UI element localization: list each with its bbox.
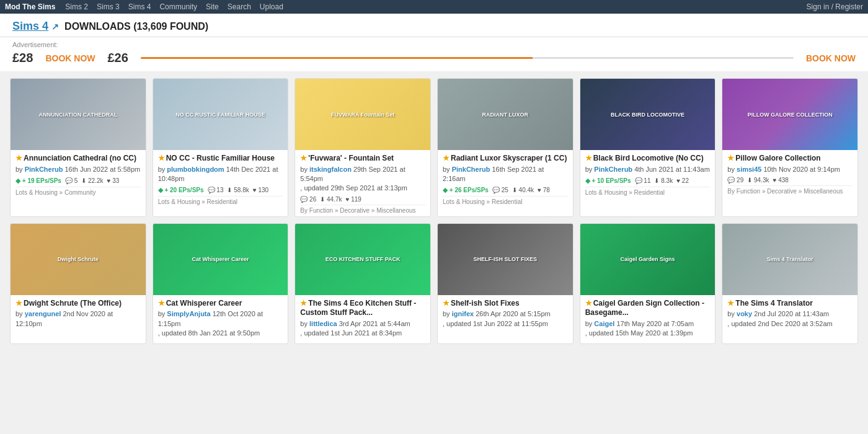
card-author[interactable]: itskingfalcon <box>309 166 352 173</box>
star-icon: ★ <box>16 299 22 308</box>
card-author[interactable]: PinkCherub <box>594 166 632 173</box>
card-meta: by voky 2nd Jul 2020 at 11:43am, updated… <box>727 309 852 329</box>
card-title: ★Dwight Schrute (The Office) <box>16 299 141 309</box>
card-title: ★Radiant Luxor Skyscraper (1 CC) <box>443 154 568 164</box>
card-title: ★Shelf-ish Slot Fixes <box>443 299 568 309</box>
star-icon: ★ <box>585 154 592 162</box>
nav-sims4[interactable]: Sims 4 <box>128 2 151 11</box>
card-thumbnail: NO CC RUSTIC FAMILIAR HOUSE <box>153 79 288 150</box>
card-item[interactable]: Caigel Garden Signs★Caigel Garden Sign C… <box>580 223 716 344</box>
card-author[interactable]: yarengunel <box>25 310 61 317</box>
star-icon: ★ <box>585 299 592 308</box>
ad-book-1[interactable]: BOOK NOW <box>45 53 95 63</box>
card-item[interactable]: Sims 4 Translator★The Sims 4 Translatorb… <box>722 223 858 344</box>
star-icon: ★ <box>158 154 165 162</box>
star-icon: ★ <box>16 154 22 162</box>
card-thumbnail: Dwight Schrute <box>11 224 146 295</box>
card-thumbnail: Cat Whisperer Career <box>153 224 288 295</box>
card-thumbnail: Caigel Garden Signs <box>580 224 715 295</box>
card-thumbnail: ANNUNCIATION CATHEDRAL <box>11 79 146 150</box>
card-meta: by ignifex 26th Apr 2020 at 5:15pm, upda… <box>443 309 568 329</box>
card-body: ★Dwight Schrute (The Office)by yarengune… <box>11 295 146 334</box>
card-thumbnail: PILLOW GALORE COLLECTION <box>722 79 857 150</box>
card-title: ★'Fuvwara' - Fountain Set <box>300 154 425 164</box>
nav-site[interactable]: Site <box>206 2 219 11</box>
card-title: ★NO CC - Rustic Familiar House <box>158 154 283 164</box>
card-meta: by PinkCherub 4th Jun 2021 at 11:43am <box>585 165 711 174</box>
ad-book-2[interactable]: BOOK NOW <box>806 53 856 63</box>
sims4-link[interactable]: Sims 4 <box>12 20 48 32</box>
card-body: ★'Fuvwara' - Fountain Setby itskingfalco… <box>295 150 430 216</box>
download-count: ⬇ 8.3k <box>654 177 673 184</box>
card-body: ★Caigel Garden Sign Collection - Basegam… <box>580 295 715 343</box>
nav-community[interactable]: Community <box>159 2 197 11</box>
card-item[interactable]: BLACK BIRD LOCOMOTIVE★Black Bird Locomot… <box>580 78 716 217</box>
card-thumbnail: Sims 4 Translator <box>722 224 857 295</box>
card-category: By Function » Decorative » Miscellaneous <box>300 205 425 214</box>
card-body: ★Shelf-ish Slot Fixesby ignifex 26th Apr… <box>438 295 573 334</box>
card-author[interactable]: PinkCherub <box>25 166 63 173</box>
card-category: Lots & Housing » Community <box>16 187 141 196</box>
card-thumbnail: RADIANT LUXOR <box>438 79 573 150</box>
card-title: ★Caigel Garden Sign Collection - Basegam… <box>585 299 711 318</box>
page-title: Sims 4 ↗ Downloads (13,609 found) <box>12 20 856 33</box>
card-item[interactable]: SHELF-ISH SLOT FIXES★Shelf-ish Slot Fixe… <box>437 223 574 344</box>
card-author[interactable]: Caigel <box>594 320 614 327</box>
nav-sims3[interactable]: Sims 3 <box>97 2 120 11</box>
card-thumbnail: SHELF-ISH SLOT FIXES <box>438 224 573 295</box>
card-title: ★Pillow Galore Collection <box>727 154 852 164</box>
top-navigation: Mod The Sims Sims 2 Sims 3 Sims 4 Commun… <box>0 0 868 14</box>
nav-items: Sims 2 Sims 3 Sims 4 Community Site Sear… <box>65 2 806 11</box>
comment-count: 💬 11 <box>635 177 651 184</box>
card-author[interactable]: SimplyAnjuta <box>167 310 210 317</box>
card-category: Lots & Housing » Residential <box>443 196 568 205</box>
card-author[interactable]: PinkCherub <box>452 166 490 173</box>
card-meta: by simsi45 10th Nov 2020 at 9:14pm <box>727 165 852 174</box>
card-item[interactable]: RADIANT LUXOR★Radiant Luxor Skyscraper (… <box>437 78 574 217</box>
card-author[interactable]: littledica <box>309 320 337 327</box>
nav-sims2[interactable]: Sims 2 <box>65 2 88 11</box>
ad-progress-bar <box>141 57 794 59</box>
card-item[interactable]: NO CC RUSTIC FAMILIAR HOUSE★NO CC - Rust… <box>153 78 289 217</box>
card-thumbnail: BLACK BIRD LOCOMOTIVE <box>580 79 715 150</box>
card-body: ★Radiant Luxor Skyscraper (1 CC)by PinkC… <box>438 150 573 208</box>
star-icon: ★ <box>443 299 450 308</box>
card-author[interactable]: ignifex <box>452 310 474 317</box>
card-item[interactable]: Dwight Schrute★Dwight Schrute (The Offic… <box>10 223 146 344</box>
card-item[interactable]: ANNUNCIATION CATHEDRAL★Annunciation Cath… <box>10 78 146 217</box>
site-logo[interactable]: Mod The Sims <box>5 2 55 11</box>
eps-label: ◆ + 26 EPs/SPs <box>443 186 489 194</box>
ad-banner: Advertisement: £28 BOOK NOW £26 BOOK NOW <box>0 37 868 72</box>
card-stats: ◆ + 19 EPs/SPs💬 5⬇ 22.2k♥ 33 <box>16 177 141 185</box>
card-title: ★Black Bird Locomotive (No CC) <box>585 154 711 164</box>
downloads-count: Downloads (13,609 found) <box>64 21 208 32</box>
eps-label: ◆ + 20 EPs/SPs <box>158 186 204 194</box>
card-author[interactable]: simsi45 <box>737 166 761 173</box>
nav-search[interactable]: Search <box>228 2 251 11</box>
card-title: ★Cat Whisperer Career <box>158 299 283 309</box>
card-body: ★NO CC - Rustic Familiar Houseby plumbob… <box>153 150 288 208</box>
sign-in-link[interactable]: Sign in / Register <box>807 2 863 11</box>
card-item[interactable]: ECO KITCHEN STUFF PACK★The Sims 4 Eco Ki… <box>294 223 431 344</box>
card-body: ★The Sims 4 Eco Kitchen Stuff - Custom S… <box>295 295 430 343</box>
card-author[interactable]: voky <box>737 310 752 317</box>
eps-label: ◆ + 19 EPs/SPs <box>16 177 61 185</box>
card-thumbnail: ECO KITCHEN STUFF PACK <box>295 224 430 295</box>
card-item[interactable]: PILLOW GALORE COLLECTION★Pillow Galore C… <box>722 78 858 217</box>
card-grid-row1: ANNUNCIATION CATHEDRAL★Annunciation Cath… <box>10 78 858 217</box>
card-body: ★The Sims 4 Translatorby voky 2nd Jul 20… <box>722 295 857 334</box>
nav-upload[interactable]: Upload <box>260 2 283 11</box>
card-title: ★Annunciation Cathedral (no CC) <box>16 154 141 164</box>
card-item[interactable]: Cat Whisperer Career★Cat Whisperer Caree… <box>153 223 289 344</box>
ad-price-2: £26 <box>107 51 128 65</box>
card-meta: by PinkCherub 16th Sep 2021 at 2:16am <box>443 165 568 184</box>
card-stats: ◆ + 20 EPs/SPs💬 13⬇ 58.8k♥ 130 <box>158 186 283 194</box>
star-icon: ★ <box>300 154 307 162</box>
ad-price-1: £28 <box>12 51 33 65</box>
like-count: ♥ 22 <box>676 177 689 184</box>
card-item[interactable]: FUVWARA Fountain Set★'Fuvwara' - Fountai… <box>294 78 431 217</box>
star-icon: ★ <box>727 299 734 308</box>
card-author[interactable]: plumbobkingdom <box>167 166 224 173</box>
ad-label: Advertisement: <box>12 41 856 48</box>
like-count: ♥ 119 <box>345 196 361 203</box>
